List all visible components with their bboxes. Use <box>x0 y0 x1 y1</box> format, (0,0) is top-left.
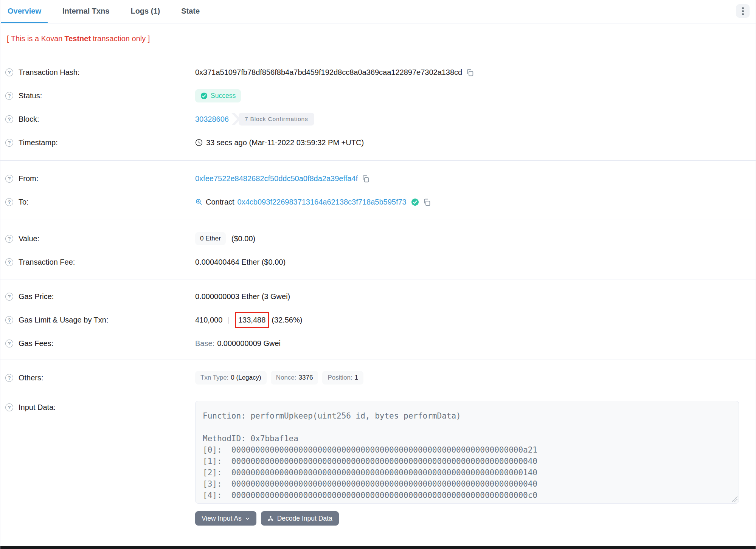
value-usd: ($0.00) <box>231 234 255 243</box>
transaction-hash-label: Transaction Hash: <box>19 68 80 77</box>
input-line: [3]: 00000000000000000000000000000000000… <box>203 478 731 490</box>
gas-fees-label: Gas Fees: <box>19 339 53 348</box>
to-contract-address-link[interactable]: 0x4cb093f226983713164a62138c3f718a5b595f… <box>238 198 407 206</box>
gas-used-highlight-box: 133,488 <box>235 312 269 328</box>
value-amount-badge: 0 Ether <box>195 232 226 245</box>
transaction-detail-page: Overview Internal Txns Logs (1) State [ … <box>0 0 756 549</box>
help-icon[interactable]: ? <box>5 403 13 411</box>
contract-word: Contract <box>206 198 234 206</box>
help-icon[interactable]: ? <box>5 258 13 266</box>
resize-grip[interactable] <box>732 496 737 502</box>
base-fee-label: Base: <box>195 339 214 348</box>
from-label: From: <box>19 174 38 183</box>
from-address-link[interactable]: 0xfee7522e8482682cf50ddc50a0f8da2a39effa… <box>195 174 358 183</box>
gas-limit-usage-label: Gas Limit & Usage by Txn: <box>19 316 109 324</box>
help-icon[interactable]: ? <box>5 175 13 183</box>
input-line: [5]: 00000000000000000000000000000000000… <box>203 501 731 504</box>
tab-overview[interactable]: Overview <box>1 0 48 23</box>
decode-input-data-button[interactable]: Decode Input Data <box>261 511 339 526</box>
help-icon[interactable]: ? <box>5 374 13 382</box>
copy-icon[interactable] <box>466 68 474 76</box>
status-badge: Success <box>195 89 241 102</box>
help-icon[interactable]: ? <box>5 235 13 243</box>
others-label: Others: <box>19 374 43 382</box>
gas-price-label: Gas Price: <box>19 292 54 301</box>
row-transaction-fee: ? Transaction Fee: 0.000400464 Ether ($0… <box>0 250 756 274</box>
row-gas-price: ? Gas Price: 0.000000003 Ether (3 Gwei) <box>0 285 756 308</box>
row-others: ? Others: Txn Type:0 (Legacy) Nonce:3376… <box>0 366 756 389</box>
transaction-hash-value: 0x371a51097fb78df856f8b4a7bd459f192d8cc8… <box>195 68 462 77</box>
row-from: ? From: 0xfee7522e8482682cf50ddc50a0f8da… <box>0 167 756 190</box>
help-icon[interactable]: ? <box>5 92 13 100</box>
tab-internal-txns[interactable]: Internal Txns <box>56 0 116 23</box>
verified-check-icon <box>411 198 419 206</box>
status-text: Success <box>211 92 236 100</box>
more-options-button[interactable] <box>736 4 750 18</box>
value-label: Value: <box>19 234 39 243</box>
input-data-textarea[interactable]: Function: performUpkeep(uint256 id, byte… <box>195 401 739 504</box>
help-icon[interactable]: ? <box>5 316 13 324</box>
row-block: ? Block: 30328606 7 Block Confirmations <box>0 107 756 131</box>
position-name: Position: <box>328 374 352 381</box>
row-gas-fees: ? Gas Fees: Base: 0.000000009 Gwei <box>0 332 756 355</box>
tab-logs[interactable]: Logs (1) <box>124 0 166 23</box>
base-fee-value: 0.000000009 Gwei <box>217 339 281 348</box>
txn-type-badge: Txn Type:0 (Legacy) <box>195 371 267 385</box>
testnet-warning: [ This is a Kovan Testnet transaction on… <box>0 23 756 54</box>
help-icon[interactable]: ? <box>5 293 13 301</box>
help-icon[interactable]: ? <box>5 115 13 123</box>
position-value: 1 <box>355 374 358 381</box>
input-line: [0]: 00000000000000000000000000000000000… <box>203 444 731 456</box>
gas-limit-value: 410,000 <box>195 316 222 324</box>
nonce-badge: Nonce:3376 <box>271 371 318 385</box>
txn-type-name: Txn Type: <box>200 374 228 381</box>
input-line: MethodID: 0x7bbaf1ea <box>203 433 731 444</box>
to-label: To: <box>19 198 29 206</box>
section-value-fee: ? Value: 0 Ether ($0.00) ? Transaction F… <box>0 220 756 279</box>
view-input-as-label: View Input As <box>202 515 242 523</box>
pipe-separator: | <box>228 316 230 324</box>
input-data-label: Input Data: <box>19 403 56 412</box>
input-line: [1]: 00000000000000000000000000000000000… <box>203 456 731 467</box>
row-input-data: ? Input Data: Function: performUpkeep(ui… <box>0 401 756 526</box>
block-number-link[interactable]: 30328606 <box>195 115 229 124</box>
nonce-value: 3376 <box>299 374 313 381</box>
copy-icon[interactable] <box>423 198 431 206</box>
input-actions: View Input As Decode Input Data <box>195 511 756 526</box>
input-line: [4]: 00000000000000000000000000000000000… <box>203 490 731 501</box>
row-gas-limit-usage: ? Gas Limit & Usage by Txn: 410,000 | 13… <box>0 308 756 332</box>
tab-bar: Overview Internal Txns Logs (1) State <box>0 0 756 23</box>
section-gas: ? Gas Price: 0.000000003 Ether (3 Gwei) … <box>0 279 756 360</box>
row-transaction-hash: ? Transaction Hash: 0x371a51097fb78df856… <box>0 60 756 84</box>
row-timestamp: ? Timestamp: 33 secs ago (Mar-11-2022 03… <box>0 131 756 154</box>
bottom-edge-bar <box>0 546 756 549</box>
timestamp-label: Timestamp: <box>19 138 58 147</box>
gas-price-value: 0.000000003 Ether (3 Gwei) <box>195 292 290 301</box>
gas-used-value: 133,488 <box>238 316 265 324</box>
section-others-input: ? Others: Txn Type:0 (Legacy) Nonce:3376… <box>0 360 756 536</box>
kebab-icon <box>742 10 744 12</box>
view-input-as-button[interactable]: View Input As <box>195 511 256 526</box>
warning-bold: Testnet <box>64 34 91 43</box>
help-icon[interactable]: ? <box>5 198 13 206</box>
help-icon[interactable]: ? <box>5 68 13 76</box>
check-circle-icon <box>200 92 208 99</box>
section-hash-status-block-time: ? Transaction Hash: 0x371a51097fb78df856… <box>0 54 756 161</box>
zoom-in-icon[interactable] <box>195 198 203 206</box>
input-line <box>203 422 731 433</box>
row-to: ? To: Contract 0x4cb093f226983713164a621… <box>0 190 756 214</box>
help-icon[interactable]: ? <box>5 340 13 347</box>
chevron-down-icon <box>245 516 250 521</box>
nonce-name: Nonce: <box>276 374 297 381</box>
position-badge: Position:1 <box>322 371 363 385</box>
section-from-to: ? From: 0xfee7522e8482682cf50ddc50a0f8da… <box>0 161 756 220</box>
tab-state[interactable]: State <box>175 0 206 23</box>
row-status: ? Status: Success <box>0 84 756 107</box>
status-label: Status: <box>19 92 42 100</box>
block-label: Block: <box>19 115 39 124</box>
help-icon[interactable]: ? <box>5 139 13 147</box>
gas-used-percent: (32.56%) <box>272 316 302 324</box>
decode-input-data-label: Decode Input Data <box>277 515 332 523</box>
copy-icon[interactable] <box>362 175 369 183</box>
warning-prefix: [ This is a Kovan <box>7 34 62 43</box>
